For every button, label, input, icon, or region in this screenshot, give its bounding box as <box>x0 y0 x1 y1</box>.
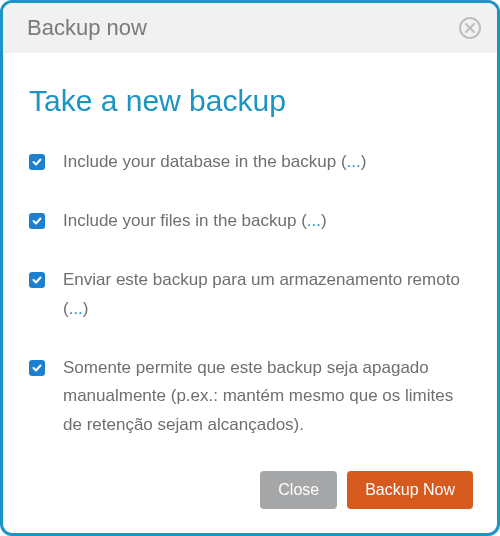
modal-footer: Close Backup Now <box>3 457 497 533</box>
page-title: Take a new backup <box>29 75 471 126</box>
option-label: Include your database in the backup (...… <box>63 148 471 177</box>
option-text: Somente permite que este backup seja apa… <box>63 358 453 435</box>
modal-body: Take a new backup Include your database … <box>3 53 497 457</box>
modal-header: Backup now <box>3 3 497 53</box>
option-label: Somente permite que este backup seja apa… <box>63 354 471 441</box>
expand-link[interactable]: ... <box>69 299 83 318</box>
expand-link[interactable]: ... <box>307 211 321 230</box>
option-text: Include your files in the backup <box>63 211 301 230</box>
paren-close: ) <box>321 211 327 230</box>
close-button[interactable]: Close <box>260 471 337 509</box>
checkbox-include-database[interactable] <box>29 154 45 170</box>
option-label: Enviar este backup para um armazenamento… <box>63 266 471 324</box>
paren-close: ) <box>361 152 367 171</box>
option-text: Include your database in the backup <box>63 152 341 171</box>
modal-title: Backup now <box>27 15 147 41</box>
option-text: Enviar este backup para um armazenamento… <box>63 270 460 289</box>
checkbox-remote-storage[interactable] <box>29 272 45 288</box>
paren-close: ) <box>83 299 89 318</box>
checkbox-include-files[interactable] <box>29 213 45 229</box>
option-label: Include your files in the backup (...) <box>63 207 471 236</box>
expand-link[interactable]: ... <box>347 152 361 171</box>
option-row: Include your database in the backup (...… <box>29 148 471 177</box>
backup-now-button[interactable]: Backup Now <box>347 471 473 509</box>
checkbox-manual-delete-only[interactable] <box>29 360 45 376</box>
option-row: Enviar este backup para um armazenamento… <box>29 266 471 324</box>
option-row: Include your files in the backup (...) <box>29 207 471 236</box>
backup-modal: Backup now Take a new backup Include you… <box>0 0 500 536</box>
close-icon[interactable] <box>459 17 481 39</box>
option-row: Somente permite que este backup seja apa… <box>29 354 471 441</box>
